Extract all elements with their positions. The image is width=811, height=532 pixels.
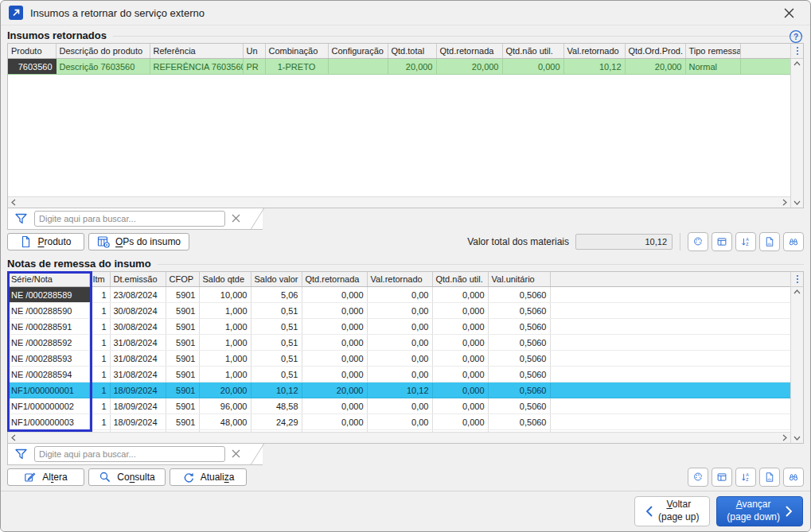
cell-itm[interactable]: 1 [89, 351, 110, 367]
notas-table-row[interactable]: NE /000288591 1 30/08/2024 5901 1,000 0,… [8, 319, 790, 335]
search-input[interactable] [34, 211, 225, 227]
notas-hscrollbar[interactable] [8, 432, 790, 443]
column-header-qtd-ord-prod[interactable]: Qtd.Ord.Prod. [625, 44, 685, 59]
cell-saldo-qtde[interactable]: 20,000 [199, 382, 251, 398]
cell-val-retornado[interactable]: 10,12 [367, 382, 432, 398]
cell-val-unitario[interactable]: 0,5060 [488, 398, 550, 414]
notas-table-row[interactable]: NE /000288590 1 30/08/2024 5901 1,000 0,… [8, 303, 790, 319]
cell-qtd-nao-util[interactable]: 0,000 [432, 398, 488, 414]
atualiza-button[interactable]: Atualiza [170, 468, 247, 486]
column-header-tipo-remessa[interactable]: Tipo remessa [685, 44, 740, 59]
close-icon[interactable] [775, 2, 802, 23]
column-header-qtd-nao-util[interactable]: Qtd.não util. [502, 44, 563, 59]
insumos-hscrollbar[interactable] [8, 196, 790, 208]
cell-qtd-nao-util[interactable]: 0,000 [432, 319, 488, 335]
column-header-combinacao[interactable]: Combinação [265, 44, 328, 59]
cell-itm[interactable]: 1 [89, 303, 110, 319]
cell-val-unitario[interactable]: 0,5060 [488, 382, 550, 398]
cell-val-retornado[interactable]: 0,00 [367, 319, 432, 335]
search-input[interactable] [34, 446, 225, 462]
cell-val-retornado[interactable]: 0,00 [367, 287, 432, 303]
consulta-button[interactable]: Consulta [88, 468, 166, 486]
cell-itm[interactable]: 1 [89, 335, 110, 351]
cell-saldo-valor[interactable]: 5,06 [251, 287, 302, 303]
insumos-vscrollbar[interactable] [791, 59, 803, 208]
cell-qtd-ord-prod[interactable]: 20,000 [625, 59, 685, 75]
export-xls-icon[interactable]: xls [759, 232, 780, 251]
notas-table-row[interactable]: NF1/000000003 1 18/09/2024 5901 48,000 2… [8, 414, 790, 430]
cell-cfop[interactable]: 5901 [166, 382, 199, 398]
cell-val-retornado[interactable]: 0,00 [367, 367, 432, 382]
cell-val-unitario[interactable]: 0,5060 [488, 319, 550, 335]
cell-qtd-nao-util[interactable]: 0,000 [502, 59, 563, 75]
cell-val-unitario[interactable]: 0,5060 [488, 351, 550, 367]
cell-saldo-qtde[interactable]: 10,000 [199, 287, 251, 303]
voltar-button[interactable]: Voltar(page up) [634, 496, 710, 526]
cell-val-retornado[interactable]: 0,00 [367, 414, 432, 430]
notas-table-row[interactable]: NE /000288594 1 31/08/2024 5901 1,000 0,… [8, 367, 790, 382]
cell-qtd-retornada[interactable]: 0,000 [302, 303, 367, 319]
sort-az-icon[interactable]: AZ [735, 468, 756, 487]
cell-descricao[interactable]: Descrição 7603560 [56, 59, 150, 75]
cell-saldo-valor[interactable]: 48,58 [251, 398, 302, 414]
palette-icon[interactable] [688, 232, 708, 251]
cell-cfop[interactable]: 5901 [166, 398, 199, 414]
cell-serie-nota[interactable]: NE /000288591 [8, 319, 89, 335]
cell-dt-emissao[interactable]: 23/08/2024 [110, 287, 166, 303]
help-icon[interactable]: ? [789, 29, 803, 47]
cell-qtd-nao-util[interactable]: 0,000 [432, 367, 488, 382]
cell-dt-emissao[interactable]: 31/08/2024 [110, 351, 166, 367]
notas-table-row[interactable]: NE /000288593 1 31/08/2024 5901 1,000 0,… [8, 351, 790, 367]
cell-val-unitario[interactable]: 0,5060 [488, 287, 550, 303]
cell-qtd-nao-util[interactable]: 0,000 [432, 414, 488, 430]
cell-saldo-valor[interactable]: 0,51 [251, 303, 302, 319]
cell-saldo-qtde[interactable]: 1,000 [199, 351, 251, 367]
cell-serie-nota[interactable]: NE /000288590 [8, 303, 89, 319]
cell-un[interactable]: PR [243, 59, 265, 75]
cell-qtd-retornada[interactable]: 0,000 [302, 287, 367, 303]
cell-saldo-qtde[interactable]: 1,000 [199, 319, 251, 335]
column-header-descricao[interactable]: Descrição do produto [56, 44, 150, 59]
produto-button[interactable]: Produto [7, 233, 84, 250]
column-header-serie-nota[interactable]: Série/Nota [8, 272, 89, 287]
cell-qtd-retornada[interactable]: 0,000 [302, 335, 367, 351]
cell-serie-nota[interactable]: NF1/000000003 [8, 414, 89, 430]
column-header-qtd-retornada[interactable]: Qtd.retornada [302, 272, 367, 287]
cell-qtd-retornada[interactable]: 20,000 [436, 59, 502, 75]
notas-table-row[interactable]: NF1/000000002 1 18/09/2024 5901 96,000 4… [8, 398, 790, 414]
cell-dt-emissao[interactable]: 18/09/2024 [110, 382, 166, 398]
cell-val-retornado[interactable]: 0,00 [367, 398, 432, 414]
notas-table-row[interactable]: NE /000288592 1 31/08/2024 5901 1,000 0,… [8, 335, 790, 351]
cell-produto[interactable]: 7603560 [8, 59, 56, 75]
cell-qtd-retornada[interactable]: 0,000 [302, 319, 367, 335]
column-header-referencia[interactable]: Referência [150, 44, 243, 59]
cell-referencia[interactable]: REFERÊNCIA 7603560 [150, 59, 243, 75]
clear-search-icon[interactable] [232, 212, 240, 226]
notas-table-row[interactable]: NF1/000000001 1 18/09/2024 5901 20,000 1… [8, 382, 790, 398]
cell-cfop[interactable]: 5901 [166, 414, 199, 430]
cell-qtd-nao-util[interactable]: 0,000 [432, 287, 488, 303]
ops-do-insumo-button[interactable]: OPs do insumo [88, 233, 189, 250]
sort-az-icon[interactable]: AZ [735, 232, 756, 251]
cell-combinacao[interactable]: 1-PRETO [265, 59, 328, 75]
column-header-qtd-nao-util[interactable]: Qtd.não util. [432, 272, 488, 287]
avancar-button[interactable]: Avançar(page down) [716, 496, 803, 526]
cell-saldo-valor[interactable]: 0,51 [251, 351, 302, 367]
column-header-saldo-valor[interactable]: Saldo valor [251, 272, 302, 287]
cell-saldo-qtde[interactable]: 1,000 [199, 367, 251, 382]
column-header-produto[interactable]: Produto [8, 44, 56, 59]
cell-val-retornado[interactable]: 0,00 [367, 303, 432, 319]
column-header-saldo-qtde[interactable]: Saldo qtde [199, 272, 251, 287]
cell-serie-nota[interactable]: NE /000288593 [8, 351, 89, 367]
column-header-qtd-total[interactable]: Qtd.total [388, 44, 436, 59]
column-header-qtd-retornada[interactable]: Qtd.retornada [436, 44, 502, 59]
notas-table-row[interactable]: NE /000288589 1 23/08/2024 5901 10,000 5… [8, 287, 790, 303]
altera-button[interactable]: Altera [7, 468, 84, 486]
cell-tipo-remessa[interactable]: Normal [685, 59, 740, 75]
cell-serie-nota[interactable]: NE /000288592 [8, 335, 89, 351]
cell-qtd-retornada[interactable]: 0,000 [302, 414, 367, 430]
cell-qtd-nao-util[interactable]: 0,000 [432, 382, 488, 398]
column-header-val-unitario[interactable]: Val.unitário [488, 272, 550, 287]
cell-dt-emissao[interactable]: 30/08/2024 [110, 303, 166, 319]
cell-val-retornado[interactable]: 10,12 [563, 59, 625, 75]
